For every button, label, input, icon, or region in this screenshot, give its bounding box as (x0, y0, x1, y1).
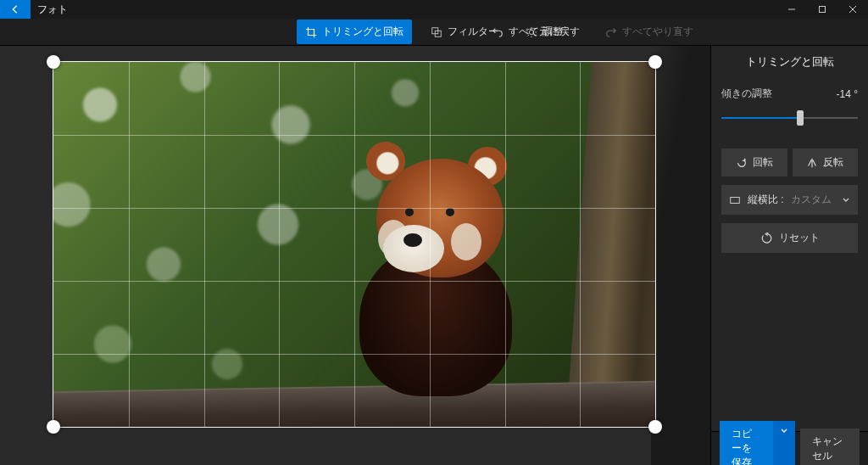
crop-handle-bl[interactable] (47, 420, 60, 434)
aspect-ratio-dropdown[interactable]: 縦横比 : カスタム (721, 185, 858, 215)
undo-all-button[interactable]: すべて元に戻す (483, 20, 588, 44)
chevron-down-icon (780, 427, 788, 435)
tilt-slider-fill (721, 117, 800, 119)
tilt-slider-thumb[interactable] (797, 110, 804, 126)
flip-label: 反転 (823, 155, 843, 170)
minimize-button[interactable] (776, 0, 807, 19)
save-dropdown-button[interactable] (773, 421, 795, 465)
maximize-icon (818, 5, 826, 14)
redo-button: すべてやり直す (597, 20, 702, 44)
arrow-left-icon (9, 3, 21, 15)
reset-label: リセット (779, 231, 820, 245)
cancel-label: キャンセル (812, 435, 843, 462)
undo-icon (492, 26, 504, 38)
canvas-area[interactable] (0, 46, 710, 465)
panel-title: トリミングと回転 (711, 46, 868, 78)
crop-handle-br[interactable] (648, 420, 662, 434)
aspect-label: 縦横比 : (748, 193, 784, 207)
flip-icon (806, 157, 818, 169)
redo-label: すべてやり直す (622, 25, 693, 39)
save-copy-button[interactable]: コピーを保存 (720, 421, 773, 465)
filter-icon (431, 26, 442, 38)
close-icon (849, 5, 857, 14)
crop-box[interactable] (53, 61, 656, 428)
rotate-label: 回転 (753, 155, 773, 170)
save-copy-label: コピーを保存 (732, 427, 761, 465)
cancel-button[interactable]: キャンセル (800, 429, 860, 466)
svg-rect-1 (820, 7, 826, 13)
back-button[interactable] (0, 0, 31, 19)
maximize-button[interactable] (807, 0, 837, 19)
rotate-icon (736, 157, 748, 169)
tilt-value: -14 ° (837, 88, 858, 100)
crop-icon (305, 26, 317, 38)
tab-crop-rotate[interactable]: トリミングと回転 (297, 20, 412, 44)
tilt-slider[interactable] (721, 109, 858, 126)
close-button[interactable] (837, 0, 868, 19)
app-title: フォト (31, 3, 68, 17)
undo-all-label: すべて元に戻す (509, 25, 580, 39)
aspect-icon (729, 194, 741, 206)
titlebar: フォト (0, 0, 868, 19)
chevron-down-icon (842, 196, 850, 204)
reset-icon (760, 232, 772, 244)
flip-button[interactable]: 反転 (793, 148, 859, 176)
toolbar: トリミングと回転 フィルター 調整 すべて元に戻す すべてやり直す (0, 19, 868, 46)
canvas-bg-stripe (651, 46, 710, 465)
main: トリミングと回転 傾きの調整 -14 ° 回転 反転 (0, 46, 868, 465)
crop-handle-tr[interactable] (648, 55, 662, 69)
footer: コピーを保存 キャンセル (711, 431, 868, 465)
reset-button[interactable]: リセット (721, 223, 858, 253)
tab-crop-rotate-label: トリミングと回転 (322, 25, 403, 39)
window-controls (776, 0, 868, 19)
svg-rect-5 (731, 197, 740, 203)
aspect-value: カスタム (791, 193, 832, 207)
minimize-icon (787, 5, 796, 14)
side-panel: トリミングと回転 傾きの調整 -14 ° 回転 反転 (710, 46, 868, 465)
rotate-button[interactable]: 回転 (721, 148, 787, 176)
redo-icon (605, 26, 617, 38)
tilt-label: 傾きの調整 (721, 87, 772, 101)
crop-handle-tl[interactable] (47, 55, 60, 69)
